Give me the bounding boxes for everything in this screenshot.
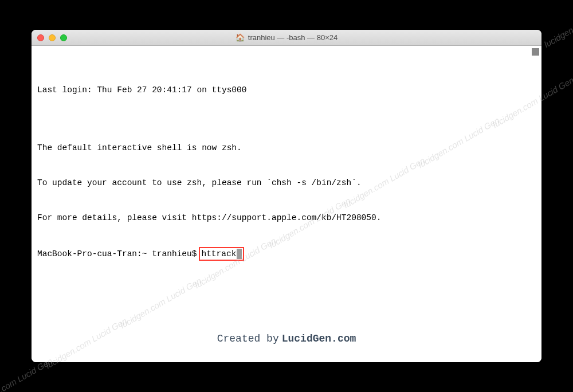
terminal-line: Last login: Thu Feb 27 20:41:17 on ttys0… [37,84,536,96]
cursor [237,249,242,259]
home-icon: 🏠 [236,34,245,41]
titlebar[interactable]: 🏠 tranhieu — -bash — 80×24 [32,30,541,46]
command-highlight: httrack [199,247,244,261]
terminal-line: For more details, please visit https://s… [37,212,536,224]
typed-command: httrack [201,248,236,260]
shell-prompt: MacBook-Pro-cua-Tran:~ tranhieu$ [37,248,197,260]
scrollbar-indicator[interactable] [532,48,539,56]
terminal-body[interactable]: Last login: Thu Feb 27 20:41:17 on ttys0… [32,46,541,362]
traffic-lights [37,34,67,41]
maximize-button[interactable] [60,34,67,41]
footer-brand: LucidGen.com [282,332,356,346]
window-title: 🏠 tranhieu — -bash — 80×24 [236,33,337,42]
footer-caption: Created by LucidGen.com [217,332,356,346]
terminal-window: 🏠 tranhieu — -bash — 80×24 Last login: T… [32,30,541,362]
terminal-line: To update your account to use zsh, pleas… [37,177,536,189]
minimize-button[interactable] [49,34,56,41]
terminal-line: The default interactive shell is now zsh… [37,142,536,154]
watermark-text: lucidgen.com Lucid Gen [543,0,573,49]
close-button[interactable] [37,34,44,41]
prompt-line: MacBook-Pro-cua-Tran:~ tranhieu$ httrack [37,247,536,261]
footer-prefix: Created by [217,332,279,346]
title-text: tranhieu — -bash — 80×24 [248,33,337,42]
